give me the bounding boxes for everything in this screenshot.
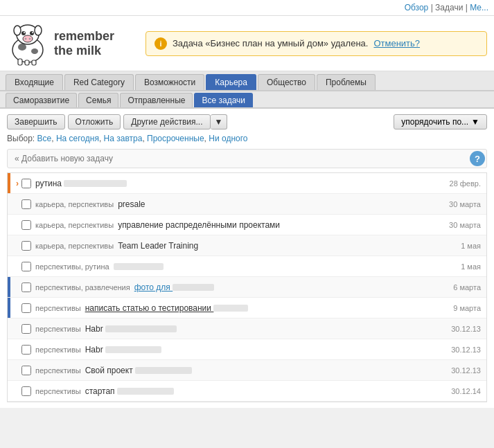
svg-rect-14 (25, 60, 29, 65)
task-name: рутина (35, 179, 444, 188)
tab-red-category[interactable]: Red Category (64, 74, 134, 90)
tab-карьера[interactable]: Карьера (206, 74, 256, 90)
task-date: 30 марта (443, 200, 481, 208)
task-tags: перспективы, рутина (35, 262, 109, 271)
nav-tasks: Задачи (435, 3, 463, 12)
select-all-link[interactable]: Все (37, 134, 52, 143)
task-name: Team Leader Training (118, 241, 455, 251)
actions-button[interactable]: Другие действия... (123, 114, 210, 129)
logo-text: remember the milk (54, 29, 114, 58)
task-name: Habr (85, 345, 446, 355)
task-checkbox[interactable] (21, 283, 31, 292)
actions-dropdown-button[interactable]: ▼ (211, 114, 228, 129)
task-date: 28 февр. (444, 179, 481, 188)
main-content: Завершить Отложить Другие действия... ▼ … (0, 109, 494, 408)
task-date: 6 марта (448, 283, 481, 292)
task-name[interactable]: фото для (134, 283, 448, 292)
svg-point-8 (23, 35, 33, 42)
task-tags: карьера, перспективы (35, 221, 114, 229)
task-row[interactable]: перспективыстартап 30.12.14 (8, 381, 486, 402)
task-checkbox[interactable] (21, 179, 31, 188)
svg-point-7 (32, 32, 33, 33)
select-overdue-link[interactable]: Просроченные (147, 134, 204, 143)
task-date: 30.12.13 (446, 366, 481, 375)
task-checkbox[interactable] (21, 366, 31, 375)
task-priority-bar (8, 194, 10, 214)
task-tags: карьера, перспективы (35, 242, 114, 250)
task-checkbox[interactable] (21, 220, 31, 230)
notification-text: Задача «Бизнес план на умный дом» удален… (173, 38, 368, 48)
task-priority-bar (8, 256, 10, 276)
sort-arrow-icon: ▼ (471, 117, 479, 127)
tab2-саморазвитие[interactable]: Саморазвитие (6, 93, 77, 107)
nav-me-link[interactable]: Ме... (470, 3, 488, 12)
svg-point-9 (25, 38, 27, 40)
task-checkbox[interactable] (21, 345, 31, 355)
task-date: 30.12.14 (446, 387, 481, 395)
task-priority-bar (8, 298, 10, 318)
svg-point-5 (30, 31, 34, 35)
tab-проблемы[interactable]: Проблемы (317, 74, 376, 90)
tab-возможности[interactable]: Возможности (135, 74, 204, 90)
task-checkbox[interactable] (21, 324, 31, 334)
task-row[interactable]: карьера, перспективыуправление распредел… (8, 215, 486, 235)
task-tags: перспективы (35, 366, 81, 375)
task-checkbox[interactable] (21, 386, 31, 396)
task-row[interactable]: перспективы, развлеченияфото для 6 марта (8, 277, 486, 298)
task-row[interactable]: перспективы, рутина 1 мая (8, 256, 486, 277)
postpone-button[interactable]: Отложить (68, 114, 121, 129)
task-priority-bar (8, 215, 10, 235)
task-name: стартап (85, 386, 446, 396)
select-none-link[interactable]: Ни одного (209, 134, 247, 143)
task-row[interactable]: перспективыHabr 30.12.13 (8, 339, 486, 360)
task-priority-bar (8, 381, 10, 401)
task-row[interactable]: перспективыHabr 30.12.13 (8, 319, 486, 339)
select-tomorrow-link[interactable]: На завтра (104, 134, 143, 143)
select-today-link[interactable]: На сегодня (56, 134, 99, 143)
undo-link[interactable]: Отменить? (373, 38, 420, 48)
task-priority-bar (8, 339, 10, 359)
tab2-семья[interactable]: Семья (78, 93, 118, 107)
task-date: 9 марта (448, 304, 481, 312)
task-date: 30.12.13 (446, 346, 481, 354)
task-row[interactable]: перспективынаписать статью о тестировани… (8, 298, 486, 319)
task-row[interactable]: ›рутина 28 февр. (8, 173, 486, 194)
task-checkbox[interactable] (21, 241, 31, 251)
tab-входящие[interactable]: Входящие (6, 74, 63, 90)
task-tags: перспективы, развлечения (35, 283, 130, 292)
sort-button[interactable]: упорядочить по... ▼ (394, 114, 487, 129)
task-row[interactable]: карьера, перспективыpresale30 марта (8, 194, 486, 215)
task-date: 1 мая (455, 262, 481, 271)
toolbar: Завершить Отложить Другие действия... ▼ … (7, 114, 487, 129)
tab2-все-задачи[interactable]: Все задачи (194, 93, 253, 107)
task-tags: перспективы (35, 304, 81, 312)
selection-row: Выбор: Все, На сегодня, На завтра, Проср… (7, 134, 487, 143)
chevron-down-icon: ▼ (215, 117, 223, 127)
task-checkbox[interactable] (21, 262, 31, 271)
tab2-отправленные[interactable]: Отправленные (120, 93, 193, 107)
toolbar-left: Завершить Отложить Другие действия... ▼ (7, 114, 227, 129)
task-priority-bar (8, 173, 10, 193)
tab-общество[interactable]: Общество (258, 74, 315, 90)
task-row[interactable]: карьера, перспективыTeam Leader Training… (8, 235, 486, 256)
task-expand-icon[interactable]: › (16, 179, 19, 188)
svg-point-6 (24, 32, 25, 33)
task-checkbox[interactable] (21, 199, 31, 209)
help-icon[interactable]: ? (470, 151, 485, 166)
svg-point-3 (35, 26, 42, 35)
task-row[interactable]: перспективыСвой проект 30.12.13 (8, 360, 486, 381)
complete-button[interactable]: Завершить (7, 114, 65, 129)
task-date: 30 марта (443, 221, 481, 229)
logo-cow-icon (7, 21, 48, 66)
task-name: управление распределёнными проектами (118, 220, 443, 230)
task-checkbox[interactable] (21, 303, 31, 313)
task-name[interactable]: написать статью о тестировании (85, 303, 448, 313)
task-name: Свой проект (85, 366, 446, 375)
svg-point-2 (14, 26, 21, 35)
task-tags: карьера, перспективы (35, 200, 114, 208)
task-name: Habr (85, 324, 446, 334)
svg-point-4 (21, 31, 26, 35)
task-priority-bar (8, 235, 10, 256)
add-task-input[interactable] (8, 150, 468, 168)
nav-overview-link[interactable]: Обзор (405, 3, 429, 12)
